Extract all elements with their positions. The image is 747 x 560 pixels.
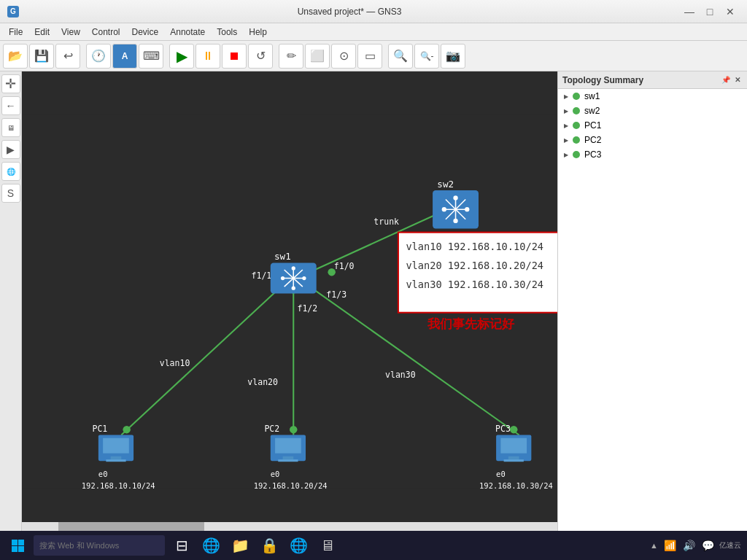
network-button[interactable]: 🌐 (1, 162, 20, 181)
topo-label-sw2: sw2 (584, 106, 600, 116)
back-button[interactable]: ← (1, 96, 20, 115)
topology-item-PC3[interactable]: ▶ PC3 (558, 147, 747, 162)
topo-label-sw1: sw1 (584, 91, 600, 101)
canvas-scrollbar[interactable] (22, 522, 557, 531)
pause-button[interactable]: ⏸ (196, 44, 220, 69)
menu-control[interactable]: Control (86, 26, 126, 39)
topology-header-controls: 📌 ✕ (721, 75, 743, 85)
start-button[interactable] (6, 534, 29, 557)
menu-tools[interactable]: Tools (211, 26, 243, 39)
svg-text:trunk: trunk (374, 217, 399, 227)
topology-title: Topology Summary (562, 75, 643, 85)
svg-rect-45 (106, 459, 125, 462)
topo-status-PC2 (573, 136, 580, 144)
svg-text:PC3: PC3 (495, 424, 511, 434)
svg-text:e0: e0 (496, 470, 506, 478)
svg-rect-57 (500, 438, 527, 454)
snake-button[interactable]: S (1, 184, 20, 203)
taskbar-app-ie[interactable]: 🌐 (286, 533, 311, 558)
svg-text:192.168.10.10/24: 192.168.10.10/24 (82, 481, 155, 490)
console-button[interactable]: ⌨ (139, 44, 163, 69)
notification-icon[interactable]: 💬 (700, 538, 715, 553)
taskbar-app-explorer[interactable]: 📁 (228, 533, 252, 558)
topo-status-PC3 (573, 151, 580, 158)
taskbar-app-taskview[interactable]: ⊟ (169, 533, 194, 558)
svg-text:vlan20: vlan20 (247, 377, 278, 387)
close-button[interactable]: ✕ (721, 4, 740, 20)
svg-rect-51 (283, 456, 294, 459)
menu-edit[interactable]: Edit (28, 26, 55, 39)
annotate-text-button[interactable]: ✏ (279, 44, 303, 69)
svg-point-40 (302, 276, 306, 280)
appliance-button[interactable]: A (112, 44, 137, 69)
minimize-button[interactable]: — (680, 4, 699, 20)
svg-rect-68 (12, 540, 18, 545)
menu-help[interactable]: Help (243, 26, 273, 39)
taskbar-brand: 亿速云 (719, 540, 741, 551)
svg-point-27 (453, 195, 457, 200)
menubar: File Edit View Control Device Annotate T… (0, 23, 747, 41)
svg-point-11 (290, 426, 297, 433)
topology-pin-button[interactable]: 📌 (721, 75, 731, 85)
taskbar-search[interactable] (34, 535, 165, 556)
zoom-in-button[interactable]: 🔍 (388, 44, 413, 69)
taskbar-app-store[interactable]: 🔒 (257, 533, 282, 558)
undo-button[interactable]: ↩ (55, 44, 80, 69)
topology-item-PC2[interactable]: ▶ PC2 (558, 133, 747, 147)
svg-text:vlan30  192.168.10.30/24: vlan30 192.168.10.30/24 (406, 279, 543, 290)
svg-rect-71 (18, 546, 24, 552)
taskbar-app-edge[interactable]: 🌐 (198, 533, 223, 558)
menu-view[interactable]: View (55, 26, 86, 39)
volume-icon[interactable]: 🔊 (681, 538, 696, 553)
screenshot-button[interactable]: 📷 (441, 44, 465, 69)
topo-label-PC1: PC1 (584, 120, 601, 131)
stop-button[interactable]: ⏹ (222, 44, 247, 69)
svg-text:f1/1: f1/1 (252, 271, 272, 281)
zoom-out-button[interactable]: 🔍- (414, 44, 439, 69)
taskbar-tray: ▲ 📶 🔊 💬 亿速云 (650, 538, 741, 553)
svg-point-37 (292, 266, 295, 270)
main-area: ✛ ← 🖥 ▶ 🌐 S (0, 71, 747, 531)
svg-point-29 (442, 207, 446, 211)
menu-annotate[interactable]: Annotate (164, 26, 211, 39)
topology-item-sw2[interactable]: ▶ sw2 (558, 104, 747, 118)
svg-text:f1/2: f1/2 (297, 303, 317, 314)
draw-rect-button[interactable]: ⬜ (305, 44, 330, 69)
topology-item-PC1[interactable]: ▶ PC1 (558, 118, 747, 133)
svg-rect-52 (278, 459, 298, 462)
svg-text:sw2: sw2 (437, 179, 454, 190)
canvas-area[interactable]: trunk f1/0 f1/0 f1/1 f1/2 f1/3 vlan10 vl… (22, 71, 557, 531)
topology-close-button[interactable]: ✕ (732, 75, 743, 85)
network-icon[interactable]: 📶 (662, 538, 677, 553)
start-button[interactable]: ▶ (169, 44, 194, 69)
forward-button[interactable]: ▶ (1, 140, 20, 159)
pan-button[interactable]: ✛ (1, 74, 20, 93)
svg-text:vlan10: vlan10 (160, 358, 190, 368)
draw-border-button[interactable]: ▭ (357, 44, 382, 69)
svg-text:f1/3: f1/3 (326, 289, 347, 300)
svg-point-28 (453, 219, 457, 223)
svg-rect-50 (275, 438, 301, 454)
open-button[interactable]: 📂 (3, 44, 28, 69)
topology-item-sw1[interactable]: ▶ sw1 (558, 89, 747, 104)
topo-arrow-sw1: ▶ (564, 93, 568, 100)
menu-file[interactable]: File (3, 26, 28, 39)
save-button[interactable]: 💾 (29, 44, 54, 69)
svg-rect-69 (18, 540, 24, 545)
svg-point-12 (510, 426, 517, 433)
maximize-button[interactable]: □ (700, 4, 719, 20)
window-title: Unsaved project* — GNS3 (25, 7, 674, 17)
topo-label-PC3: PC3 (584, 149, 601, 160)
topo-status-sw2 (573, 107, 580, 114)
topology-panel: Topology Summary 📌 ✕ ▶ sw1 ▶ sw2 ▶ PC1 (557, 71, 747, 531)
svg-point-39 (281, 276, 285, 280)
topo-arrow-PC3: ▶ (564, 152, 568, 158)
svg-text:vlan20  192.168.10.20/24: vlan20 192.168.10.20/24 (406, 260, 543, 271)
topo-arrow-sw2: ▶ (564, 108, 568, 114)
recent-button[interactable]: 🕐 (86, 44, 111, 69)
taskbar-app-cmd[interactable]: 🖥 (315, 533, 340, 558)
device-type-button[interactable]: 🖥 (1, 118, 20, 137)
menu-device[interactable]: Device (126, 26, 165, 39)
reload-button[interactable]: ↺ (248, 44, 273, 69)
draw-ellipse-button[interactable]: ⊙ (331, 44, 356, 69)
